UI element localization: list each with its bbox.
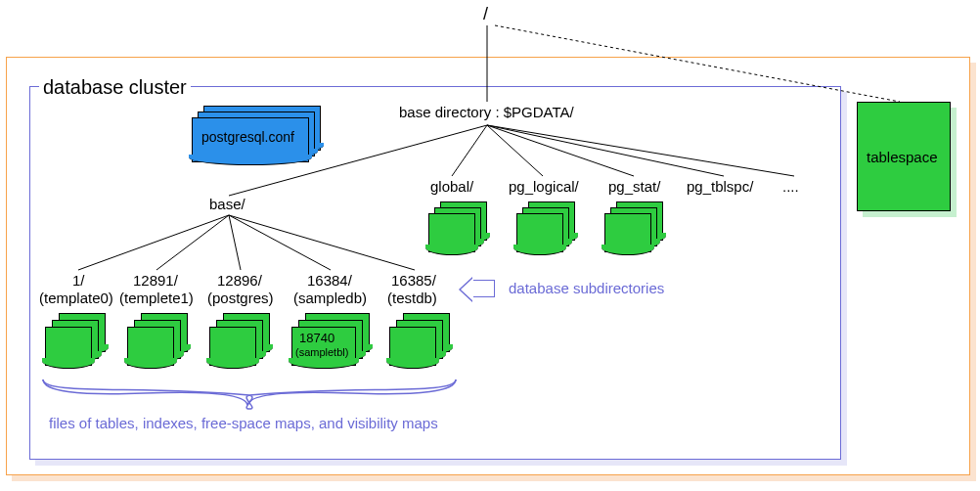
db0-dir: 1/ (72, 272, 85, 289)
db1-dir: 12891/ (133, 272, 178, 289)
dir-base: base/ (209, 196, 245, 212)
dir-pg-stat: pg_stat/ (608, 178, 660, 195)
dir-pg-tblspc: pg_tblspc/ (687, 178, 753, 195)
db2-name: (postgres) (207, 290, 274, 306)
cluster-title: database cluster (39, 76, 191, 99)
table-file-name: (sampletbl) (295, 346, 348, 358)
db0-name: (template0) (39, 290, 113, 306)
table-file-oid: 18740 (299, 331, 334, 345)
config-file-label: postgresql.conf (201, 129, 294, 145)
files-note: files of tables, indexes, free-space map… (49, 415, 438, 431)
db1-name: (templete1) (119, 290, 194, 306)
dir-global: global/ (430, 178, 473, 195)
dir-pg-logical: pg_logical/ (509, 178, 579, 195)
db4-dir: 16385/ (391, 272, 436, 289)
db4-name: (testdb) (387, 290, 437, 306)
subdir-note: database subdirectories (509, 280, 664, 296)
arrow-left-icon (471, 280, 495, 297)
tablespace-label: tablespace (867, 149, 938, 165)
db3-dir: 16384/ (307, 272, 352, 289)
dir-more: .... (782, 178, 799, 195)
db2-dir: 12896/ (217, 272, 262, 289)
root-label: / (483, 4, 488, 24)
base-directory-label: base directory : $PGDATA/ (399, 104, 574, 120)
db3-name: (sampledb) (293, 290, 367, 306)
